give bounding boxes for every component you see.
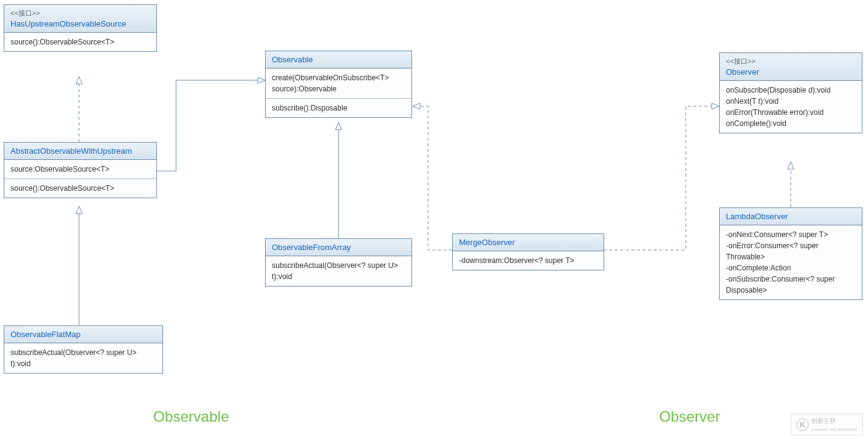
class-name: Observable (272, 55, 313, 64)
attr-item: -onComplete:Action (726, 262, 856, 274)
class-attributes: source:ObservableSource<T> (4, 160, 156, 179)
method-item: onComplete():void (726, 118, 856, 129)
method-item: subscribeActual(Observer<? super U> t):v… (272, 260, 405, 282)
class-observable-flatmap: ObservableFlatMap subscribeActual(Observ… (4, 325, 163, 374)
class-title: MergeObserver (453, 234, 604, 251)
method-item: onSubscribe(Disposable d):void (726, 85, 856, 96)
watermark-text: 创新互联 (811, 417, 836, 424)
class-methods: subscribe():Disposable (266, 99, 411, 117)
class-title: <<接口>> Observer (720, 53, 862, 81)
attr-item: -onError:Consumer<? super Throwable> (726, 240, 856, 262)
attr-item: -onSubscribe:Consumer<? super Disposable… (726, 274, 856, 296)
section-label-observable: Observable (153, 408, 229, 425)
class-title: ObservableFlatMap (4, 326, 162, 343)
class-name: ObservableFlatMap (11, 330, 80, 339)
class-attributes: -downstream:Observer<? super T> (453, 251, 604, 270)
class-has-upstream-observable-source: <<接口>> HasUpstreamObservableSource sourc… (4, 4, 157, 52)
class-methods: source():ObservableSource<T> (4, 179, 156, 198)
method-item: create(ObservableOnSubscribe<T> source):… (272, 72, 405, 94)
class-attributes: -onNext:Consumer<? super T> -onError:Con… (720, 225, 862, 299)
attr-item: -downstream:Observer<? super T> (459, 255, 597, 266)
method-item: onError(Throwable error):void (726, 107, 856, 118)
class-name: MergeObserver (459, 238, 515, 247)
class-observable-from-array: ObservableFromArray subscribeActual(Obse… (265, 238, 412, 286)
class-methods: onSubscribe(Disposable d):void onNext(T … (720, 81, 862, 133)
class-name: ObservableFromArray (272, 243, 351, 252)
class-lambda-observer: LambdaObserver -onNext:Consumer<? super … (719, 207, 862, 300)
section-label-observer: Observer (659, 408, 720, 425)
class-methods: subscribeActual(Observer<? super U> t):v… (266, 256, 411, 286)
method-item: source():ObservableSource<T> (11, 36, 150, 48)
class-observable: Observable create(ObservableOnSubscribe<… (265, 51, 412, 118)
class-title: <<接口>> HasUpstreamObservableSource (4, 5, 156, 33)
watermark-sub: CHUANG XIN INTERNET (811, 428, 857, 432)
class-methods: subscribeActual(Observer<? super U> t):v… (4, 343, 162, 373)
stereotype-label: <<接口>> (726, 57, 856, 66)
watermark-icon: K (796, 419, 809, 431)
class-title: ObservableFromArray (266, 239, 411, 256)
class-methods: source():ObservableSource<T> (4, 33, 156, 51)
class-name: AbstractObservableWithUpstream (11, 146, 132, 156)
class-title: LambdaObserver (720, 208, 862, 225)
class-title: Observable (266, 51, 411, 69)
method-item: subscribe():Disposable (272, 102, 405, 114)
attr-item: -onNext:Consumer<? super T> (726, 229, 856, 240)
class-name: Observer (726, 67, 759, 77)
method-item: source():ObservableSource<T> (11, 183, 150, 194)
watermark: K 创新互联 CHUANG XIN INTERNET (791, 414, 863, 435)
class-methods: create(ObservableOnSubscribe<T> source):… (266, 69, 411, 99)
class-title: AbstractObservableWithUpstream (4, 143, 156, 160)
attr-item: source:ObservableSource<T> (11, 164, 150, 175)
class-abstract-observable-with-upstream: AbstractObservableWithUpstream source:Ob… (4, 142, 157, 198)
stereotype-label: <<接口>> (11, 9, 150, 18)
class-name: HasUpstreamObservableSource (11, 19, 126, 28)
class-name: LambdaObserver (726, 212, 788, 221)
class-merge-observer: MergeObserver -downstream:Observer<? sup… (452, 233, 604, 270)
method-item: onNext(T t):void (726, 96, 856, 107)
class-observer-interface: <<接口>> Observer onSubscribe(Disposable d… (719, 52, 862, 133)
method-item: subscribeActual(Observer<? super U> t):v… (11, 347, 156, 369)
